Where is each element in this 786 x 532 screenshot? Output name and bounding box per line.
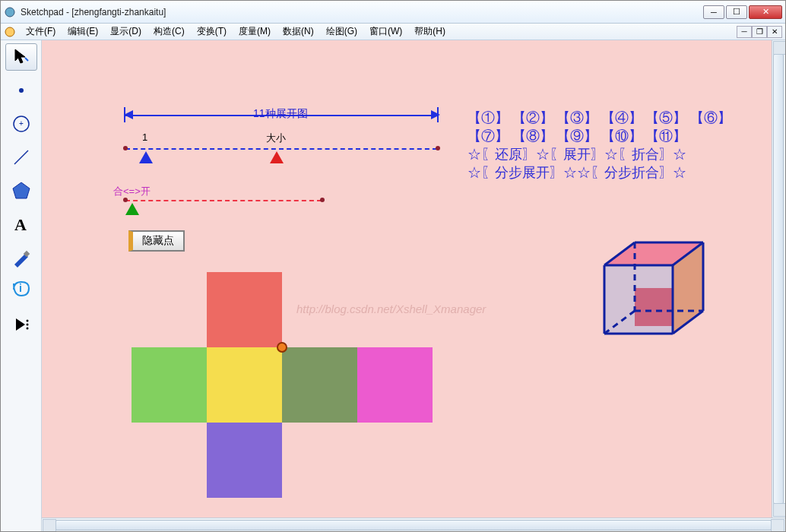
tool-marker[interactable] <box>5 244 37 271</box>
svg-text:A: A <box>14 215 27 234</box>
ruler-dashed-line <box>125 148 437 150</box>
svg-point-12 <box>26 324 28 326</box>
menu-help[interactable]: 帮助(H) <box>409 24 451 40</box>
slider2-dot-right[interactable] <box>320 198 325 202</box>
h-scroll-thumb[interactable] <box>55 520 772 530</box>
svg-line-5 <box>14 150 28 164</box>
menu-file[interactable]: 文件(F) <box>21 24 61 40</box>
marker-icon <box>11 248 31 268</box>
link-4[interactable]: 【④】 <box>601 110 642 125</box>
menu-plot[interactable]: 绘图(G) <box>321 24 363 40</box>
tool-info[interactable]: i <box>5 277 37 305</box>
link-8[interactable]: 【⑧】 <box>512 128 553 144</box>
ruler-dot-right[interactable] <box>436 146 440 150</box>
horizontal-scrollbar[interactable] <box>42 518 785 531</box>
links-row-2: 【⑦】 【⑧】 【⑨】 【⑩】 【⑪】 <box>467 127 731 145</box>
menu-construct[interactable]: 构造(C) <box>148 24 190 40</box>
canvas[interactable]: 11种展开图 1 大小 合<=>开 隐藏点 <box>42 40 772 518</box>
arrow-icon <box>11 47 31 67</box>
text-icon: A <box>11 214 31 234</box>
slider2-line <box>125 200 322 201</box>
link-10[interactable]: 【⑩】 <box>601 128 642 144</box>
slider2-label: 合<=>开 <box>113 185 151 198</box>
ruler-left-arrow-icon <box>124 109 135 121</box>
tool-text[interactable]: A <box>5 211 37 238</box>
watermark-text: http://blog.csdn.net/Xshell_Xmanager <box>296 302 486 315</box>
star-icon: ☆ <box>604 147 618 162</box>
canvas-area: 11种展开图 1 大小 合<=>开 隐藏点 <box>42 40 785 531</box>
link-restore[interactable]: 〖还原〗 <box>481 147 536 162</box>
mdi-restore-button[interactable]: ❐ <box>752 26 767 38</box>
close-button[interactable]: ✕ <box>749 5 782 19</box>
ruler-title: 11种展开图 <box>253 107 308 121</box>
svg-marker-14 <box>124 110 133 119</box>
maximize-button[interactable]: ☐ <box>726 5 747 19</box>
link-2[interactable]: 【②】 <box>512 110 553 125</box>
menu-data[interactable]: 数据(N) <box>277 24 319 40</box>
slider-green-marker[interactable] <box>125 203 139 215</box>
tool-arrow[interactable] <box>5 43 37 71</box>
toolbar: + A i <box>1 40 42 531</box>
tool-point[interactable] <box>5 77 37 104</box>
slider-blue-marker[interactable] <box>139 151 153 163</box>
star-icon: ☆☆ <box>563 165 591 180</box>
mdi-controls: ─ ❐ ✕ <box>737 26 782 38</box>
svg-marker-6 <box>13 182 30 198</box>
link-9[interactable]: 【⑨】 <box>556 128 597 144</box>
ruler-label-size: 大小 <box>266 131 286 145</box>
link-step-unfold[interactable]: 〖分步展开〗 <box>481 165 563 180</box>
menu-display[interactable]: 显示(D) <box>105 24 147 40</box>
menu-edit[interactable]: 编辑(E) <box>62 24 103 40</box>
link-1[interactable]: 【①】 <box>467 110 509 125</box>
menubar: 文件(F) 编辑(E) 显示(D) 构造(C) 变换(T) 度量(M) 数据(N… <box>1 24 785 40</box>
svg-point-11 <box>26 320 28 322</box>
svg-point-13 <box>26 328 28 330</box>
svg-point-1 <box>5 27 14 36</box>
tool-line[interactable] <box>5 144 37 171</box>
link-6[interactable]: 【⑥】 <box>690 110 731 125</box>
star-icon: ☆ <box>673 165 686 180</box>
slider-red-marker[interactable] <box>270 151 284 163</box>
link-3[interactable]: 【③】 <box>556 110 597 125</box>
net-square-right <box>357 347 433 423</box>
svg-text:+: + <box>19 119 24 128</box>
menu-measure[interactable]: 度量(M) <box>233 24 276 40</box>
tool-polygon[interactable] <box>5 177 37 204</box>
svg-marker-10 <box>16 318 25 331</box>
mdi-close-button[interactable]: ✕ <box>767 26 782 38</box>
cube-3d <box>589 235 711 356</box>
window-title: Sketchpad - [zhengfangti-zhankaitu] <box>21 7 703 17</box>
link-11[interactable]: 【⑪】 <box>645 128 686 144</box>
tool-circle[interactable]: + <box>5 110 37 138</box>
link-7[interactable]: 【⑦】 <box>467 128 509 144</box>
minimize-button[interactable]: ─ <box>703 5 724 19</box>
ruler-right-arrow-icon <box>429 109 440 121</box>
hide-point-button[interactable]: 隐藏点 <box>128 230 185 252</box>
star-icon: ☆ <box>467 165 481 180</box>
svg-marker-19 <box>635 288 673 326</box>
net-pivot-dot[interactable] <box>277 342 287 353</box>
tool-custom[interactable] <box>5 311 37 338</box>
links-panel: 【①】 【②】 【③】 【④】 【⑤】 【⑥】 【⑦】 【⑧】 【⑨】 【⑩】 … <box>467 109 731 182</box>
link-step-fold[interactable]: 〖分步折合〗 <box>591 165 673 180</box>
line-icon <box>11 147 31 167</box>
menu-transform[interactable]: 变换(T) <box>192 24 232 40</box>
link-fold[interactable]: 〖折合〗 <box>618 147 673 162</box>
link-5[interactable]: 【⑤】 <box>645 110 686 125</box>
slider2-dot-left[interactable] <box>123 198 128 202</box>
net-square-top <box>207 272 282 347</box>
links-row-4: ☆〖分步展开〗☆☆〖分步折合〗☆ <box>467 163 731 182</box>
link-unfold[interactable]: 〖展开〗 <box>550 147 604 162</box>
links-row-1: 【①】 【②】 【③】 【④】 【⑤】 【⑥】 <box>467 109 731 127</box>
mdi-minimize-button[interactable]: ─ <box>737 26 752 38</box>
window-titlebar: Sketchpad - [zhengfangti-zhankaitu] ─ ☐ … <box>1 1 785 24</box>
ruler-dot-left[interactable] <box>123 146 128 150</box>
vertical-scrollbar[interactable] <box>772 40 785 518</box>
menu-window[interactable]: 窗口(W) <box>364 24 407 40</box>
polygon-icon <box>11 180 32 201</box>
document-icon <box>4 26 16 38</box>
net-square-left <box>132 347 207 423</box>
svg-text:i: i <box>19 282 22 294</box>
links-row-3: ☆〖还原〗☆〖展开〗☆〖折合〗☆ <box>467 145 731 163</box>
v-scroll-thumb[interactable] <box>773 54 784 504</box>
